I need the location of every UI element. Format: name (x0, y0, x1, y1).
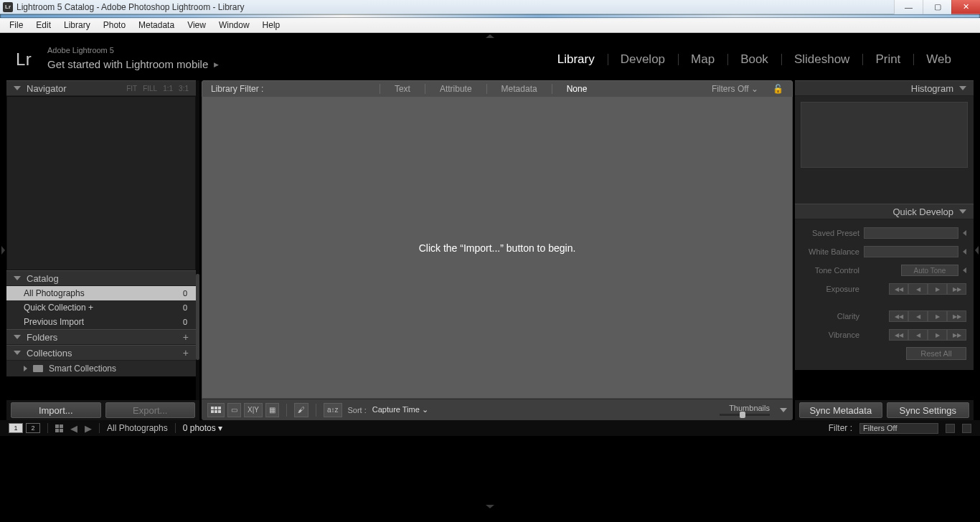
step-plus[interactable]: ▶ (928, 310, 947, 322)
disclosure-icon (959, 86, 966, 90)
histogram-canvas[interactable] (801, 102, 968, 168)
module-map[interactable]: Map (678, 52, 727, 67)
collapse-icon[interactable] (963, 230, 966, 236)
filter-text[interactable]: Text (390, 84, 415, 94)
filter-attribute[interactable]: Attribute (435, 84, 476, 94)
survey-view-button[interactable]: ▦ (265, 403, 279, 417)
module-develop[interactable]: Develop (608, 52, 678, 67)
filter-metadata[interactable]: Metadata (497, 84, 542, 94)
screen-2-button[interactable]: 2 (26, 423, 40, 433)
chevron-right-icon: ▶ (214, 61, 219, 68)
menu-library[interactable]: Library (57, 20, 97, 30)
collapse-icon[interactable] (963, 249, 966, 255)
sort-direction-button[interactable]: a↕z (324, 403, 342, 417)
zoom-fill[interactable]: FILL (143, 85, 157, 92)
compare-view-button[interactable]: X|Y (244, 403, 263, 417)
nav-back-icon[interactable]: ◀ (70, 423, 77, 434)
menu-photo[interactable]: Photo (97, 20, 132, 30)
step-plus-large[interactable]: ▶▶ (947, 310, 966, 322)
collapse-icon[interactable] (963, 267, 966, 273)
import-button[interactable]: Import... (11, 402, 101, 418)
scrollbar-thumb[interactable] (196, 274, 199, 360)
catalog-item-previous[interactable]: Previous Import 0 (6, 315, 196, 329)
left-panel: Navigator FIT FILL 1:1 3:1 Catalog All P (6, 80, 199, 420)
sync-metadata-button[interactable]: Sync Metadata (799, 402, 882, 418)
white-balance-select[interactable] (864, 246, 958, 257)
painter-button[interactable]: 🖌 (294, 403, 308, 417)
catalog-item-all[interactable]: All Photographs 0 (6, 286, 196, 300)
navigator-header[interactable]: Navigator FIT FILL 1:1 3:1 (6, 80, 196, 96)
thumbnails-label: Thumbnails (729, 404, 770, 412)
maximize-button[interactable]: ▢ (923, 0, 951, 14)
step-minus-large[interactable]: ◀◀ (889, 283, 908, 295)
filmstrip-filter-select[interactable]: Filters Off (859, 423, 938, 434)
zoom-fit[interactable]: FIT (126, 85, 137, 92)
navigator-preview[interactable] (6, 96, 196, 270)
zoom-1-1[interactable]: 1:1 (163, 85, 173, 92)
loupe-view-button[interactable]: ▭ (227, 403, 241, 417)
minimize-button[interactable]: — (894, 0, 923, 14)
filmstrip[interactable] (0, 436, 980, 503)
menu-metadata[interactable]: Metadata (132, 20, 181, 30)
module-slideshow[interactable]: Slideshow (781, 52, 863, 67)
menu-window[interactable]: Window (212, 20, 256, 30)
photo-count-dropdown[interactable]: 0 photos ▾ (183, 423, 222, 433)
sync-settings-button[interactable]: Sync Settings (887, 402, 970, 418)
left-scrollbar[interactable] (196, 80, 199, 400)
disclosure-icon (14, 335, 21, 339)
step-minus[interactable]: ◀ (908, 310, 928, 322)
slider-knob[interactable] (740, 412, 745, 418)
app-icon: Lr (3, 2, 13, 12)
folders-header[interactable]: Folders + (6, 329, 196, 345)
bottom-panel-toggle[interactable] (0, 503, 980, 509)
add-folder-icon[interactable]: + (183, 331, 189, 343)
menu-file[interactable]: File (3, 20, 29, 30)
sort-value-dropdown[interactable]: Capture Time ⌄ (372, 405, 428, 414)
module-print[interactable]: Print (862, 52, 913, 67)
collections-header[interactable]: Collections + (6, 345, 196, 361)
lock-icon[interactable]: 🔓 (773, 84, 783, 94)
catalog-header[interactable]: Catalog (6, 270, 196, 286)
module-library[interactable]: Library (545, 52, 608, 67)
smart-collections-row[interactable]: Smart Collections (6, 361, 196, 376)
step-plus[interactable]: ▶ (928, 329, 947, 341)
top-panel-toggle[interactable] (0, 33, 980, 39)
filter-preset[interactable]: Filters Off ⌄ (707, 84, 763, 94)
getstarted-link[interactable]: Get started with Lightroom mobile ▶ (47, 58, 219, 70)
breadcrumb[interactable]: All Photographs (107, 423, 168, 433)
screen-1-button[interactable]: 1 (9, 423, 23, 433)
step-plus-large[interactable]: ▶▶ (947, 283, 966, 295)
catalog-item-quick[interactable]: Quick Collection + 0 (6, 300, 196, 315)
step-minus[interactable]: ◀ (908, 283, 928, 295)
filter-none[interactable]: None (562, 84, 592, 94)
step-minus-large[interactable]: ◀◀ (889, 329, 908, 341)
step-minus-large[interactable]: ◀◀ (889, 310, 908, 322)
quickdevelop-header[interactable]: Quick Develop (795, 204, 974, 219)
nav-forward-icon[interactable]: ▶ (85, 423, 92, 434)
close-button[interactable]: ✕ (951, 0, 980, 14)
thumbnail-slider[interactable] (720, 414, 770, 416)
filmstrip-source-icon[interactable] (962, 424, 971, 433)
histogram-header[interactable]: Histogram (795, 80, 974, 96)
step-plus-large[interactable]: ▶▶ (947, 329, 966, 341)
auto-tone-button[interactable]: Auto Tone (901, 265, 958, 276)
add-collection-icon[interactable]: + (183, 347, 189, 359)
step-plus[interactable]: ▶ (928, 283, 947, 295)
left-panel-toggle[interactable] (0, 80, 6, 420)
menu-help[interactable]: Help (256, 20, 287, 30)
reset-all-button[interactable]: Reset All (906, 347, 966, 360)
filter-switch-icon[interactable] (946, 424, 955, 433)
step-minus[interactable]: ◀ (908, 329, 928, 341)
right-panel-toggle[interactable] (974, 80, 980, 420)
saved-preset-select[interactable] (864, 227, 958, 239)
module-web[interactable]: Web (913, 52, 964, 67)
jump-grid-icon[interactable] (55, 424, 63, 432)
menu-edit[interactable]: Edit (29, 20, 57, 30)
menu-view[interactable]: View (181, 20, 212, 30)
grid-view-button[interactable] (207, 403, 225, 417)
export-button[interactable]: Export... (105, 402, 196, 418)
grid-view[interactable]: Click the “Import...” button to begin. (202, 98, 793, 399)
module-book[interactable]: Book (727, 52, 781, 67)
zoom-3-1[interactable]: 3:1 (179, 85, 189, 92)
toolbar-menu-icon[interactable] (780, 408, 787, 412)
